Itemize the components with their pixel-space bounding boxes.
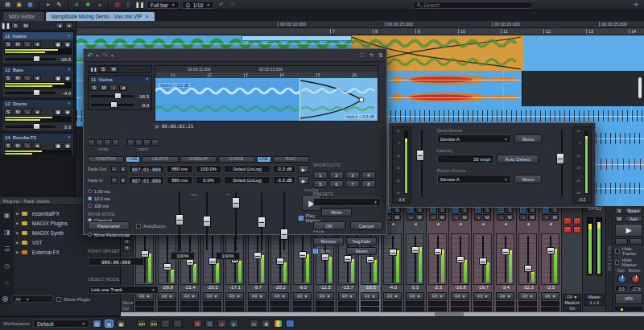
vertical-scrollbar[interactable] [638, 77, 642, 98]
solo-button[interactable]: S [506, 207, 514, 213]
autozoom-checkbox[interactable]: AutoZoom [136, 224, 166, 229]
record-arm-button[interactable]: ● [474, 214, 482, 221]
record-arm-button[interactable]: ● [23, 75, 31, 81]
channel-out-field[interactable] [180, 307, 199, 311]
chevron-down-icon[interactable]: ▾ [65, 23, 73, 29]
solo-button[interactable]: S [4, 75, 12, 81]
automation-read-button[interactable]: Rd [429, 207, 437, 213]
fx-button[interactable]: FX▼ [428, 292, 447, 300]
symmetric-checkbox[interactable]: ✓Sym. [313, 249, 344, 254]
channel-out-field[interactable] [158, 307, 176, 311]
mute-button[interactable]: M [483, 214, 491, 221]
fade-out-curve-slider[interactable] [201, 192, 213, 250]
solo-button[interactable]: S [483, 207, 491, 213]
monitor-icon[interactable]: ◄ [56, 23, 64, 29]
shortcut-button[interactable]: 1 [313, 171, 328, 179]
save-icon[interactable]: ▦ [26, 1, 35, 9]
track-title[interactable]: 14 Revolta FX ▼ [2, 134, 73, 141]
channel-fader[interactable] [406, 233, 424, 285]
expander-icon[interactable]: ▶ [16, 221, 19, 225]
on-button[interactable]: On [563, 305, 581, 311]
bypass-button[interactable]: Bypass [625, 208, 642, 214]
expander-icon[interactable]: ▶ [16, 230, 19, 235]
channel-name-field[interactable] [248, 301, 266, 306]
all-mute-button[interactable]: M [22, 23, 30, 29]
play-button[interactable]: ▶ [615, 224, 642, 237]
sliders-icon[interactable]: ☰ [4, 245, 10, 253]
send-fader[interactable] [415, 126, 429, 204]
bar-ruler[interactable]: 7891011121314 [76, 28, 644, 35]
record-arm-button[interactable]: ● [542, 214, 550, 221]
fader-knob[interactable] [547, 247, 555, 254]
return-icon[interactable]: ↰ [369, 52, 374, 59]
automation-read-button[interactable]: Rd [474, 207, 482, 213]
track-title[interactable]: 13 Drums ▼ [2, 100, 73, 107]
master-solo-button[interactable]: S [615, 208, 623, 214]
channel-name-field[interactable] [180, 301, 199, 306]
undo-icon[interactable]: ↶ [87, 52, 93, 60]
fx-button[interactable]: FX▼ [451, 292, 469, 300]
fx-button[interactable]: FX▼ [496, 292, 514, 300]
record-arm-button[interactable]: ● [109, 85, 118, 91]
shortcut-button[interactable]: 2 [329, 171, 344, 179]
plus-button[interactable]: + [120, 177, 126, 184]
fx-button[interactable]: FX▼ [203, 292, 221, 300]
statusbar-icon[interactable]: ▭ [250, 320, 258, 328]
overlap-column[interactable]: OVERLAP [180, 156, 217, 163]
speaker-icon[interactable]: ◄ [33, 109, 41, 115]
ratio-left-value[interactable]: 100% [171, 252, 195, 260]
statusbar-icon[interactable]: ▦ [117, 320, 126, 328]
marker-icon[interactable]: ◆ [229, 320, 238, 328]
gear-icon[interactable] [2, 296, 8, 302]
lock-icon[interactable]: ▣ [54, 109, 62, 115]
expander-icon[interactable]: ▶ [16, 211, 19, 216]
new-file-icon[interactable]: ▤ [3, 1, 12, 9]
mixer-channel-strip[interactable]: Rd S ● M ◄ -2.0 FX▼ [539, 206, 562, 312]
play-column[interactable]: PLAY [273, 156, 309, 163]
track-header[interactable]: 14 Revolta FX ▼ S M ● ◄ ▣ ◉ [2, 133, 74, 155]
shortcut-button[interactable]: 8 [361, 180, 376, 188]
fx-button[interactable]: FX▼ [541, 292, 559, 300]
channel-name-field[interactable] [383, 301, 402, 306]
lock-icon[interactable]: ▣ [54, 41, 62, 47]
fx-button[interactable]: FX▼ [518, 292, 537, 300]
folder-icon[interactable] [286, 320, 295, 328]
master-mute-button[interactable]: M [615, 216, 623, 222]
mixer-channel-strip[interactable]: Rd S ● M ◄ -2.3 FX▼ [427, 206, 449, 312]
monitor-volume-knob[interactable] [631, 274, 640, 283]
fade-out-slider[interactable] [174, 192, 185, 250]
channel-name-field[interactable] [293, 301, 312, 306]
pause-icon[interactable]: ❚❚ [2, 22, 9, 30]
monitor-icon[interactable]: ◉ [64, 75, 72, 81]
channel-out-field[interactable] [383, 307, 402, 311]
length-column[interactable]: LENGTH [142, 156, 178, 163]
solo-button[interactable]: S [460, 207, 469, 213]
write-preset-button[interactable]: Write [321, 208, 352, 217]
monitor-icon[interactable]: ◉ [64, 109, 72, 115]
channel-out-field[interactable] [316, 307, 334, 311]
fx-button[interactable]: FX▼ [180, 292, 199, 300]
hide-master-checkbox[interactable]: Hide Master [615, 258, 642, 267]
channel-fader[interactable] [383, 233, 402, 285]
mps-button[interactable]: MPS [615, 293, 642, 304]
search-box[interactable] [412, 2, 533, 9]
channel-name-field[interactable] [428, 301, 447, 306]
fader-knob[interactable] [456, 256, 464, 263]
channel-name-field[interactable] [361, 301, 379, 306]
master-tool-button[interactable] [615, 238, 628, 245]
editor-track-header[interactable]: 11 Violins ▼ S M ● ◄ -16.5 0.0 [88, 75, 152, 110]
statusbar-icon[interactable] [137, 320, 146, 328]
record-icon[interactable] [193, 320, 202, 328]
clock-icon[interactable]: ◷ [4, 262, 10, 270]
ratio-right-value[interactable]: 100% [216, 252, 240, 260]
return-fader[interactable] [555, 126, 569, 204]
grid-dropdown[interactable]: Full bar ▼ [147, 1, 180, 9]
speaker-icon[interactable]: ◄ [473, 221, 492, 227]
record-arm-button[interactable]: ● [452, 214, 460, 221]
expander-icon[interactable]: ▶ [16, 250, 19, 254]
neg-fade-button[interactable]: Neg.Fade [346, 237, 377, 245]
chevron-down-icon[interactable]: ▼ [146, 77, 149, 81]
limiter-knob[interactable] [564, 226, 572, 233]
statusbar-icon[interactable]: ≣ [262, 320, 270, 328]
solo-button[interactable]: S [415, 207, 423, 213]
